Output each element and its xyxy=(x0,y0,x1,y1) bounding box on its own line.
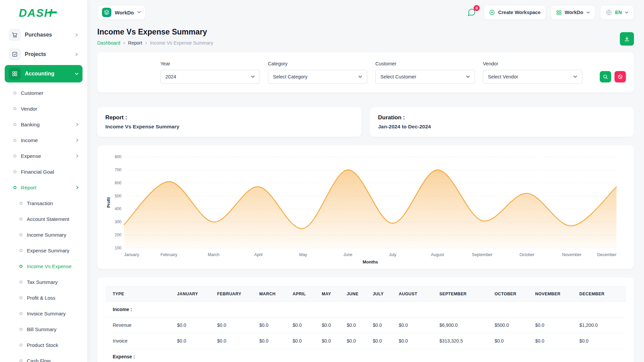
sidebar-subitem-account-statement[interactable]: Account Statement xyxy=(16,211,83,227)
y-tick-label: 100 xyxy=(115,246,121,250)
sidebar-subitem-label: Income Vs Expense xyxy=(27,263,71,269)
sidebar-subitem-profit-loss[interactable]: Profit & Loss xyxy=(16,290,83,306)
cell-value: $500.0 xyxy=(490,317,531,333)
sidebar-item-accounting[interactable]: Accounting xyxy=(5,65,83,82)
sidebar-item-projects[interactable]: Projects xyxy=(5,46,83,63)
sidebar-subitem-income[interactable]: Income xyxy=(10,132,83,148)
y-tick-label: 500 xyxy=(115,194,121,198)
column-header-may: MAY xyxy=(318,287,342,302)
profit-area xyxy=(124,170,616,248)
sidebar-item-purchases[interactable]: Purchases xyxy=(5,26,83,44)
cell-value: $0.0 xyxy=(255,317,288,333)
bullet-icon xyxy=(13,170,16,173)
cell-value: $0.0 xyxy=(343,317,369,333)
globe-icon xyxy=(605,9,612,16)
language-selector[interactable]: EN xyxy=(600,5,634,20)
bullet-icon xyxy=(19,312,22,315)
sidebar-subitem-banking[interactable]: Banking xyxy=(10,117,83,132)
breadcrumb-dashboard[interactable]: Dashboard xyxy=(97,40,120,46)
reset-icon xyxy=(618,74,623,79)
sidebar-subitem-label: Account Statement xyxy=(27,216,69,222)
table-header-row: TYPEJANUARYFEBRUARYMARCHAPRILMAYJUNEJULY… xyxy=(105,287,626,302)
table-section-row: Income : xyxy=(105,302,626,317)
sidebar-subitem-label: Invoice Summary xyxy=(27,311,66,316)
section-title: Income : xyxy=(105,302,626,317)
table-body: Income :Revenue$0.0$0.0$0.0$0.0$0.0$0.0$… xyxy=(105,302,626,362)
breadcrumb-report[interactable]: Report xyxy=(128,40,142,46)
create-workspace-button[interactable]: Create Workspace xyxy=(484,5,546,20)
sidebar-subitem-label: Profit & Loss xyxy=(27,295,55,301)
customer-select-value: Select Customer xyxy=(380,74,416,79)
sidebar-subitem-income-summary[interactable]: Income Summary xyxy=(16,227,83,243)
sidebar-subitem-tax-summary[interactable]: Tax Summary xyxy=(16,274,83,290)
column-header-july: JULY xyxy=(369,287,395,302)
cell-value: $0.0 xyxy=(575,333,626,349)
bullet-icon xyxy=(19,265,22,268)
category-select[interactable]: Select Category xyxy=(268,70,368,84)
column-header-april: APRIL xyxy=(288,287,318,302)
chevron-down-icon xyxy=(625,11,629,14)
sidebar-subitem-income-vs-expense[interactable]: Income Vs Expense xyxy=(16,258,83,274)
column-header-december: DECEMBER xyxy=(575,287,626,302)
cell-value: $0.0 xyxy=(343,333,369,349)
cell-value: $0.0 xyxy=(395,333,435,349)
workspace-name: WorkDo xyxy=(115,10,134,15)
sidebar-subitem-transaction[interactable]: Transaction xyxy=(16,195,83,211)
duration-value: Jan-2024 to Dec-2024 xyxy=(378,124,626,130)
workspace-selector[interactable]: WorkDo xyxy=(97,5,146,20)
x-tick-label: February xyxy=(160,252,177,257)
cell-value: $0.0 xyxy=(288,317,318,333)
sidebar-subitem-bill-summary[interactable]: Bill Summary xyxy=(16,321,83,337)
cell-value: $0.0 xyxy=(213,333,255,349)
report-summary-card: Report : Income Vs Expense Summary xyxy=(97,107,361,137)
cell-value: $0.0 xyxy=(288,333,318,349)
apply-filter-button[interactable] xyxy=(600,71,611,82)
sidebar-subitem-label: Income xyxy=(21,137,38,143)
vendor-select[interactable]: Select Vendor xyxy=(483,70,583,84)
app-logo[interactable]: DASH xyxy=(5,0,83,26)
year-select-value: 2024 xyxy=(165,74,176,79)
bullet-icon xyxy=(13,186,16,189)
sidebar-subitem-vendor[interactable]: Vendor xyxy=(10,101,83,117)
reset-filter-button[interactable] xyxy=(614,71,626,82)
customer-select[interactable]: Select Customer xyxy=(375,70,475,84)
sidebar-subitem-expense[interactable]: Expense xyxy=(10,148,83,164)
x-tick-label: November xyxy=(562,252,582,257)
year-select[interactable]: 2024 xyxy=(160,70,260,84)
sidebar-subitem-label: Banking xyxy=(21,122,40,128)
sidebar-subitem-cash-flow[interactable]: Cash Flow xyxy=(16,353,83,362)
sidebar-subitem-invoice-summary[interactable]: Invoice Summary xyxy=(16,306,83,321)
sidebar-subitem-product-stock[interactable]: Product Stock xyxy=(16,337,83,353)
page-header: Income Vs Expense Summary Dashboard › Re… xyxy=(97,27,634,46)
profit-chart: 100200300400500600700800JanuaryFebruaryM… xyxy=(105,152,626,267)
messages-button[interactable]: 0 xyxy=(464,5,479,20)
cell-value: $0.0 xyxy=(395,317,435,333)
plus-circle-icon xyxy=(489,9,495,15)
chevron-right-icon xyxy=(75,53,78,56)
year-filter-label: Year xyxy=(160,61,260,66)
column-header-february: FEBRUARY xyxy=(213,287,255,302)
x-axis-title: Months xyxy=(363,259,378,264)
cell-value: $0.0 xyxy=(369,317,395,333)
cell-value: $6,900.0 xyxy=(435,317,491,333)
column-header-type: TYPE xyxy=(105,287,173,302)
column-header-november: NOVEMBER xyxy=(531,287,575,302)
sidebar-subitem-label: Cash Flow xyxy=(27,358,51,362)
x-tick-label: July xyxy=(389,252,397,257)
sidebar-subitem-expense-summary[interactable]: Expense Summary xyxy=(16,243,83,258)
bullet-icon xyxy=(13,92,16,95)
sidebar-subitem-financial-goal[interactable]: Financial Goal xyxy=(10,164,83,180)
sidebar-subitem-customer[interactable]: Customer xyxy=(10,85,83,101)
cell-value: $0.0 xyxy=(213,317,255,333)
vendor-filter-label: Vendor xyxy=(483,61,583,66)
sidebar-subitem-label: Transaction xyxy=(27,200,53,206)
sidebar-subitem-label: Tax Summary xyxy=(27,279,58,285)
download-report-button[interactable] xyxy=(620,32,634,46)
workdo-menu-button[interactable]: WorkDo xyxy=(551,5,595,20)
chevron-right-icon: › xyxy=(123,40,125,46)
cell-value: $0.0 xyxy=(255,333,288,349)
projects-icon xyxy=(9,48,21,60)
bullet-icon xyxy=(13,139,16,142)
sidebar-subitem-label: Vendor xyxy=(21,106,37,112)
sidebar-subitem-report[interactable]: Report xyxy=(10,180,83,195)
